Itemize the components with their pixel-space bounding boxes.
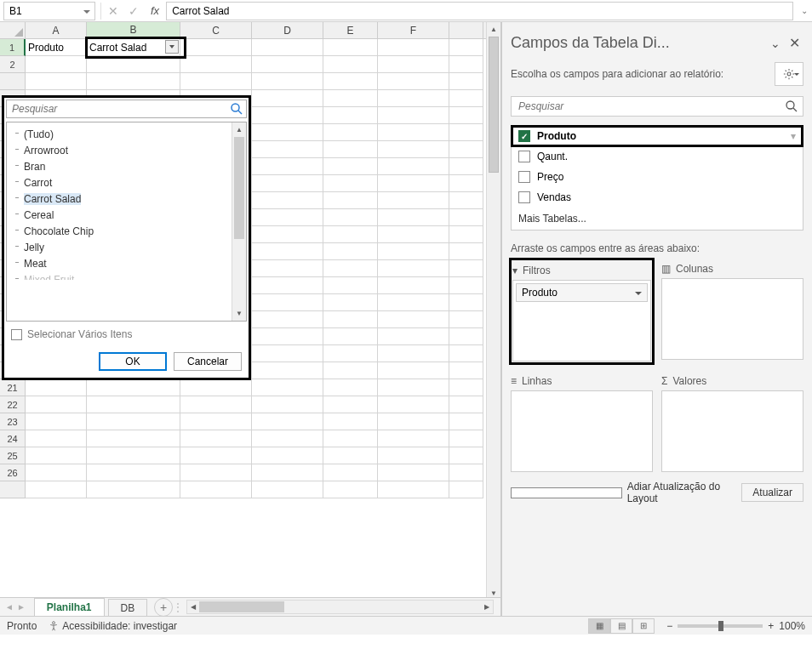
cell[interactable]	[378, 243, 449, 260]
row-header[interactable]: 25	[0, 447, 26, 464]
cell[interactable]	[87, 447, 180, 464]
cell[interactable]	[87, 430, 180, 447]
cell[interactable]	[449, 260, 483, 277]
cell[interactable]	[323, 209, 378, 226]
cell[interactable]	[26, 413, 87, 430]
field-list[interactable]: ✓Produto▾Qaunt.PreçoVendasMais Tabelas..…	[511, 125, 803, 231]
column-header-A[interactable]: A	[26, 22, 87, 38]
more-tables-link[interactable]: Mais Tabelas...	[512, 208, 803, 230]
filter-item[interactable]: Arrowroot	[9, 142, 244, 158]
column-header-D[interactable]: D	[252, 22, 323, 38]
columns-area[interactable]: ▥Colunas	[661, 259, 803, 363]
filter-item[interactable]: Bran	[9, 158, 244, 174]
filter-search[interactable]	[6, 100, 247, 118]
cell[interactable]	[252, 430, 323, 447]
cell[interactable]	[323, 226, 378, 243]
cell[interactable]	[252, 39, 323, 56]
cell[interactable]	[180, 481, 252, 498]
name-box[interactable]: B1	[3, 2, 95, 20]
filter-item[interactable]: Mixed Fruit	[9, 271, 244, 280]
sheet-tab-planilha1[interactable]: Planilha1	[34, 598, 105, 616]
view-buttons[interactable]: ▦ ▤ ⊞	[588, 618, 655, 634]
cell[interactable]	[87, 481, 180, 498]
cell[interactable]	[323, 345, 378, 362]
cell[interactable]	[323, 413, 378, 430]
normal-view-button[interactable]: ▦	[588, 618, 610, 634]
cell[interactable]	[378, 294, 449, 311]
cell[interactable]	[378, 413, 449, 430]
cell[interactable]	[252, 243, 323, 260]
cell[interactable]: Carrot Salad	[87, 39, 180, 56]
horizontal-scrollbar[interactable]: ◀ ▶	[186, 600, 494, 614]
close-pane-button[interactable]: ✕	[786, 35, 803, 51]
cell[interactable]	[252, 464, 323, 481]
cell[interactable]	[323, 277, 378, 294]
cell[interactable]	[323, 362, 378, 379]
cell[interactable]	[323, 107, 378, 124]
cell[interactable]	[378, 430, 449, 447]
cell[interactable]	[323, 175, 378, 192]
cell[interactable]	[323, 447, 378, 464]
ok-button[interactable]: OK	[99, 352, 167, 371]
field-list-options-button[interactable]	[775, 62, 803, 86]
cell[interactable]	[87, 379, 180, 396]
cell[interactable]	[378, 192, 449, 209]
field-search-input[interactable]	[511, 96, 803, 117]
cell[interactable]	[323, 39, 378, 56]
tab-navigation[interactable]: ◄►	[0, 602, 31, 612]
cell[interactable]	[26, 56, 87, 73]
cell[interactable]	[26, 73, 87, 90]
cell[interactable]	[180, 464, 252, 481]
cell[interactable]	[252, 362, 323, 379]
cell[interactable]	[449, 294, 483, 311]
cell[interactable]	[449, 192, 483, 209]
cell[interactable]	[26, 447, 87, 464]
cell[interactable]	[252, 158, 323, 175]
column-header-blank[interactable]	[449, 22, 483, 38]
field-row-qaunt.[interactable]: Qaunt.	[512, 146, 803, 167]
cancel-button[interactable]: Cancelar	[174, 352, 242, 371]
cell[interactable]	[252, 345, 323, 362]
row-header[interactable]: 1	[0, 39, 26, 56]
spreadsheet-grid[interactable]: ABCDEF 121617181920212223242526 ProdutoC…	[0, 22, 501, 616]
cell[interactable]	[378, 481, 449, 498]
cell[interactable]	[449, 175, 483, 192]
row-header[interactable]: 2	[0, 56, 26, 73]
filter-item[interactable]: Carrot Salad	[9, 191, 244, 207]
cell[interactable]	[252, 413, 323, 430]
zoom-slider[interactable]	[678, 624, 763, 628]
cell[interactable]	[180, 73, 252, 90]
cell[interactable]	[378, 362, 449, 379]
scroll-up-icon[interactable]: ▲	[232, 122, 246, 137]
field-search[interactable]	[511, 96, 803, 117]
cell[interactable]	[449, 311, 483, 328]
cell[interactable]	[252, 277, 323, 294]
filter-item[interactable]: Meat	[9, 255, 244, 271]
cell[interactable]	[252, 311, 323, 328]
cell[interactable]	[26, 481, 87, 498]
cell[interactable]	[378, 175, 449, 192]
cell[interactable]	[378, 56, 449, 73]
cell[interactable]	[323, 243, 378, 260]
cell[interactable]	[378, 158, 449, 175]
cell[interactable]	[252, 90, 323, 107]
cell[interactable]	[449, 447, 483, 464]
field-row-preço[interactable]: Preço	[512, 167, 803, 187]
cell[interactable]	[87, 464, 180, 481]
cell[interactable]	[252, 328, 323, 345]
cell[interactable]	[323, 260, 378, 277]
cell[interactable]	[449, 464, 483, 481]
cell[interactable]	[323, 379, 378, 396]
cell[interactable]	[449, 73, 483, 90]
formula-input[interactable]: Carrot Salad ⌄	[166, 2, 793, 20]
cell[interactable]	[323, 56, 378, 73]
cell[interactable]	[323, 294, 378, 311]
cell[interactable]	[87, 413, 180, 430]
expand-formula-icon[interactable]: ⌄	[801, 6, 808, 15]
filter-area-item-produto[interactable]: Produto	[516, 283, 648, 302]
filters-area[interactable]: ▾Filtros Produto	[511, 259, 653, 363]
cell[interactable]	[323, 430, 378, 447]
cell[interactable]	[378, 73, 449, 90]
cell[interactable]	[252, 56, 323, 73]
cell[interactable]	[449, 345, 483, 362]
